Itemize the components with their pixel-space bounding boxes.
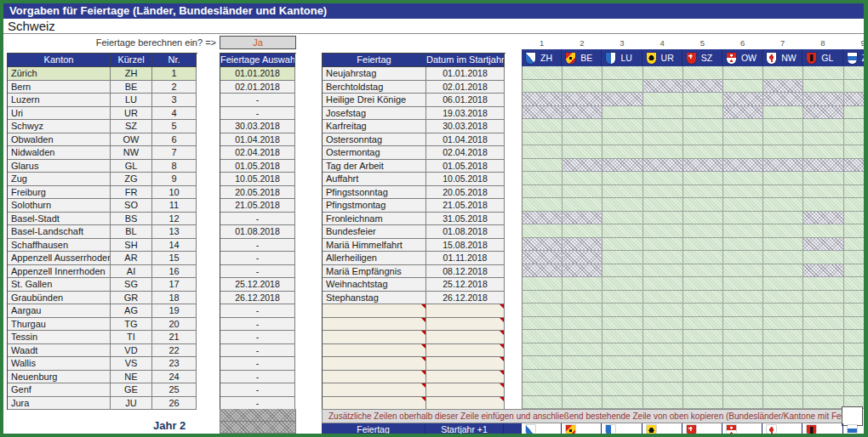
grid-cell[interactable] [523,198,562,212]
auswahl-date-cell[interactable]: - [220,371,295,384]
feiertag-name-cell[interactable]: Ostersonntag [323,133,426,147]
grid-cell[interactable] [562,370,602,383]
kanton-nr-cell[interactable]: 22 [152,344,197,358]
grid-cell[interactable] [844,251,865,264]
kanton-name-cell[interactable]: Neuenburg [8,371,111,384]
auswahl-date-cell[interactable]: - [220,94,295,107]
grid-cell[interactable] [643,317,683,331]
grid-cell[interactable] [723,172,763,185]
grid-cell[interactable] [763,93,803,106]
grid-cell[interactable] [723,330,763,343]
grid-cell[interactable] [803,80,843,94]
grid-cell[interactable] [643,172,683,185]
grid-cell[interactable] [523,80,562,94]
grid-cell[interactable] [763,317,803,331]
grid-cell[interactable] [723,264,763,278]
auswahl-date-cell[interactable]: - [220,252,295,265]
grid-cell[interactable] [803,238,843,252]
grid-cell[interactable] [723,185,763,199]
grid-cell[interactable] [602,198,642,212]
kanton-nr-cell[interactable]: 6 [152,133,197,147]
kanton-nr-cell[interactable]: 13 [152,225,197,239]
grid-cell[interactable] [844,198,865,212]
grid-cell[interactable] [643,396,683,410]
grid-cell[interactable] [844,66,865,80]
kanton-nr-cell[interactable]: 9 [152,173,197,186]
grid-cell[interactable] [602,159,642,173]
kanton-code-cell[interactable]: VS [111,357,152,371]
feiertag-empty-date-cell[interactable] [426,371,505,384]
grid-cell[interactable] [643,264,683,278]
grid-cell[interactable] [763,106,803,120]
grid-cell[interactable] [523,66,562,80]
grid-cell[interactable] [562,185,602,199]
grid-cell[interactable] [803,224,843,238]
feiertag-date-cell[interactable]: 08.12.2018 [426,265,505,279]
feiertag-name-cell[interactable]: Pfingstmontag [323,199,426,213]
feiertag-name-cell[interactable]: Fronleichnam [323,213,426,226]
kanton-name-cell[interactable]: Bern [8,81,111,94]
grid-cell[interactable] [643,356,683,370]
feiertag-name-cell[interactable]: Bundesfeier [323,225,426,239]
grid-cell[interactable] [723,291,763,304]
kanton-name-cell[interactable]: Aargau [8,304,111,318]
grid-cell[interactable] [683,396,723,410]
feiertag-date-cell[interactable]: 19.03.2018 [426,107,505,121]
grid-cell[interactable] [723,145,763,159]
kanton-name-cell[interactable]: Jura [8,397,111,411]
kanton-code-cell[interactable]: GR [111,292,152,305]
feiertag-date-cell[interactable]: 15.08.2018 [426,239,505,253]
grid-cell[interactable] [763,251,803,264]
grid-cell[interactable] [683,370,723,383]
grid-cell[interactable] [643,383,683,396]
grid-cell[interactable] [523,119,562,133]
grid-cell[interactable] [602,106,642,120]
kanton-name-cell[interactable]: Schwyz [8,120,111,133]
kanton-code-cell[interactable]: SZ [111,120,152,133]
grid-cell[interactable] [763,238,803,252]
grid-cell[interactable] [562,145,602,159]
grid-cell[interactable] [562,172,602,185]
grid-cell[interactable] [683,93,723,106]
auswahl-date-cell[interactable]: 20.05.2018 [220,186,295,200]
feiertag-empty-name-cell[interactable] [323,331,426,344]
feiertag-date-cell[interactable]: 21.05.2018 [426,199,505,213]
grid-cell[interactable] [763,198,803,212]
canton-header-cell-sz[interactable]: SZ [682,423,722,434]
kanton-name-cell[interactable]: Nidwalden [8,146,111,160]
grid-cell[interactable] [562,198,602,212]
auswahl-date-cell[interactable]: 01.04.2018 [220,133,295,147]
grid-cell[interactable] [643,224,683,238]
grid-cell[interactable] [643,238,683,252]
auswahl-date-cell[interactable]: 21.05.2018 [220,199,295,213]
grid-cell[interactable] [562,238,602,252]
grid-cell[interactable] [523,304,562,317]
grid-cell[interactable] [723,317,763,331]
grid-cell[interactable] [844,80,865,94]
kanton-nr-cell[interactable]: 17 [152,278,197,292]
grid-cell[interactable] [803,198,843,212]
canton-header-cell-zh[interactable]: ZH [522,49,562,66]
grid-cell[interactable] [683,119,723,133]
kanton-code-cell[interactable]: VD [111,344,152,358]
grid-cell[interactable] [763,330,803,343]
grid-cell[interactable] [803,106,843,120]
grid-cell[interactable] [602,145,642,159]
grid-cell[interactable] [683,224,723,238]
feiertag-name-cell[interactable]: Stephanstag [323,292,426,305]
grid-cell[interactable] [562,343,602,357]
kanton-name-cell[interactable]: Wallis [8,357,111,371]
grid-cell[interactable] [763,80,803,94]
kanton-code-cell[interactable]: TG [111,318,152,332]
grid-cell[interactable] [643,330,683,343]
grid-cell[interactable] [562,133,602,146]
grid-cell[interactable] [763,172,803,185]
grid-cell[interactable] [723,93,763,106]
auswahl-date-cell[interactable]: - [220,331,295,344]
feiertag-date-cell[interactable]: 01.08.2018 [426,225,505,239]
kanton-code-cell[interactable]: GE [111,383,152,397]
grid-cell[interactable] [602,133,642,146]
kanton-nr-cell[interactable]: 8 [152,160,197,173]
grid-cell[interactable] [523,133,562,146]
grid-cell[interactable] [562,304,602,317]
